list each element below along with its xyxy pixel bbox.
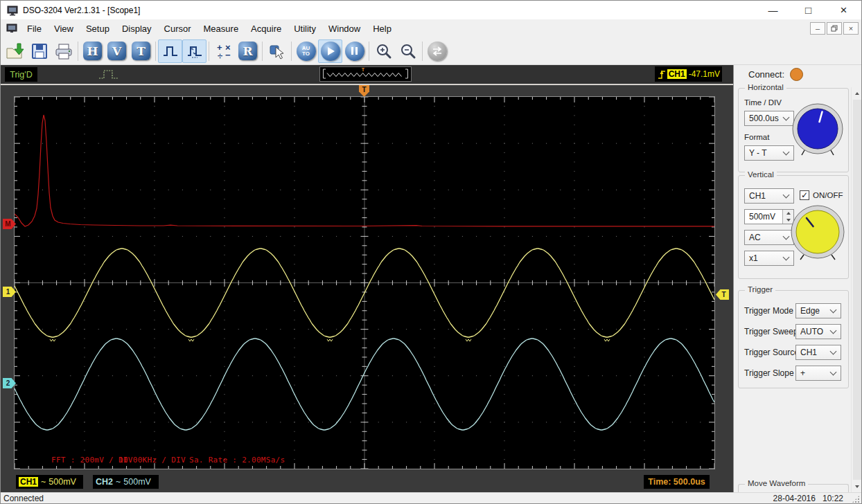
trigger-level-marker[interactable]: T <box>716 289 729 300</box>
scroll-up-button[interactable] <box>852 87 862 99</box>
trigger-readout: CH1 -47.1mV <box>655 66 722 82</box>
trigger-slope-select[interactable]: + <box>795 366 841 381</box>
vertical-settings-button[interactable]: V <box>105 39 129 63</box>
auto-setup-button[interactable]: AUTO <box>294 39 318 63</box>
horizontal-knob[interactable] <box>791 101 847 159</box>
channel-onoff-checkbox[interactable]: ✓ <box>800 190 809 200</box>
trigger-group: Trigger Trigger Mode Edge Trigger Sweep … <box>738 290 849 388</box>
horizontal-group-title: Horizontal <box>745 83 786 91</box>
t-icon: T <box>132 42 150 60</box>
trigger-level-value: -47.1mV <box>689 69 720 79</box>
play-icon <box>321 42 340 61</box>
menu-setup[interactable]: Setup <box>80 21 116 37</box>
chevron-down-icon <box>830 307 837 314</box>
menu-display[interactable]: Display <box>116 21 158 37</box>
toolbar-separator <box>369 42 369 61</box>
close-button[interactable]: × <box>826 1 861 19</box>
status-time: 10:22 <box>823 494 843 503</box>
time-div-select[interactable]: 500.0us <box>744 111 794 126</box>
time-div-label: Time / DIV <box>744 98 782 107</box>
pause-button[interactable] <box>342 39 367 63</box>
connect-indicator[interactable] <box>790 68 803 81</box>
print-button[interactable] <box>51 39 76 63</box>
scope-display-frame: FFT : 200mV / DIV10.00KHz / DIVSa. Rate … <box>14 96 715 469</box>
menu-view[interactable]: View <box>48 21 80 37</box>
menu-window[interactable]: Window <box>322 21 367 37</box>
control-panel: Connect: Horizontal Time / DIV 500.0us F… <box>733 65 862 492</box>
ch2-readout: CH2 ~ 500mV <box>93 475 159 489</box>
chevron-down-icon <box>830 348 837 355</box>
channel-select[interactable]: CH1 <box>744 188 794 204</box>
mdi-minimize-button[interactable]: – <box>810 22 825 35</box>
scroll-down-button[interactable] <box>852 480 862 492</box>
resize-grip[interactable] <box>852 495 860 503</box>
pulse-trigger-button[interactable] <box>182 39 206 63</box>
trigger-mode-select[interactable]: Edge <box>795 303 841 318</box>
ch1-badge: CH1 <box>19 477 38 487</box>
pulse-width-icon <box>186 43 203 60</box>
math-icon: +×÷− <box>215 42 233 60</box>
scrollbar-thumb[interactable] <box>853 100 861 480</box>
vertical-scale-spinner[interactable]: 500mV <box>744 209 794 224</box>
move-waveform-title: Move Waveform <box>745 479 808 487</box>
connection-status: Connected <box>3 494 44 503</box>
svg-text:10.00KHz / DIV: 10.00KHz / DIV <box>118 456 186 465</box>
time-value: Time: 500.0us <box>648 477 705 487</box>
cursor-button[interactable] <box>265 39 289 63</box>
menu-utility[interactable]: Utility <box>288 21 322 37</box>
panel-scrollbar[interactable] <box>851 87 862 492</box>
mdi-restore-button[interactable] <box>827 22 842 35</box>
auto-icon: AUTO <box>297 42 316 61</box>
coupling-select[interactable]: AC <box>744 230 794 245</box>
trigger-channel-badge: CH1 <box>667 69 687 79</box>
document-icon <box>6 23 17 34</box>
horizontal-settings-button[interactable]: H <box>80 39 105 63</box>
reference-button[interactable]: R <box>236 39 260 63</box>
vertical-knob[interactable] <box>789 202 847 264</box>
zoom-in-button[interactable] <box>371 39 396 63</box>
edge-pulse-icon <box>162 43 179 60</box>
time-readout: Time: 500.0us <box>644 475 710 489</box>
svg-text:T: T <box>362 67 365 72</box>
probe-select[interactable]: x1 <box>744 251 794 266</box>
window-title: DSO-3204 Ver2.1.31 - [Scope1] <box>23 6 140 15</box>
v-icon: V <box>107 42 126 60</box>
start-button[interactable] <box>318 39 342 63</box>
format-select[interactable]: Y - T <box>744 145 794 161</box>
chevron-down-icon <box>830 369 837 376</box>
menu-measure[interactable]: Measure <box>197 21 245 37</box>
svg-text:−: − <box>225 50 231 60</box>
maximize-button[interactable]: □ <box>791 1 826 19</box>
trigger-settings-button[interactable]: T <box>129 39 153 63</box>
trigger-sweep-select[interactable]: AUTO <box>795 324 841 339</box>
menu-cursor[interactable]: Cursor <box>158 21 197 37</box>
zoom-in-icon <box>375 42 393 60</box>
menu-file[interactable]: File <box>21 21 48 37</box>
waveform-preview[interactable]: T <box>319 66 412 82</box>
transfer-button[interactable] <box>425 39 449 63</box>
chevron-down-icon <box>830 327 837 334</box>
menu-bar: File View Setup Display Cursor Measure A… <box>1 19 861 37</box>
mdi-close-button[interactable]: × <box>843 22 859 35</box>
toolbar-separator <box>209 42 209 61</box>
minimize-button[interactable]: — <box>755 1 791 19</box>
zoom-out-icon <box>399 42 417 60</box>
math-button[interactable]: +×÷− <box>211 39 236 63</box>
zoom-out-button[interactable] <box>396 39 420 63</box>
transfer-icon <box>428 42 447 61</box>
status-date: 28-04-2016 <box>773 494 816 503</box>
move-waveform-group: Move Waveform <box>738 484 849 492</box>
ch1-readout: CH1 ~ 500mV <box>16 475 83 489</box>
trigger-position-strip: T <box>1 85 733 96</box>
trigger-position-marker[interactable]: T <box>359 85 369 97</box>
trigger-source-select[interactable]: CH1 <box>795 345 841 360</box>
toolbar-separator <box>422 42 423 61</box>
save-button[interactable] <box>27 39 51 63</box>
edge-trigger-button[interactable] <box>158 39 182 63</box>
menu-help[interactable]: Help <box>367 21 398 37</box>
open-button[interactable] <box>3 39 27 63</box>
chevron-down-icon <box>783 192 790 199</box>
chevron-down-icon <box>783 114 790 121</box>
menu-acquire[interactable]: Acquire <box>245 21 288 37</box>
trigger-sweep-label: Trigger Sweep <box>744 327 798 336</box>
